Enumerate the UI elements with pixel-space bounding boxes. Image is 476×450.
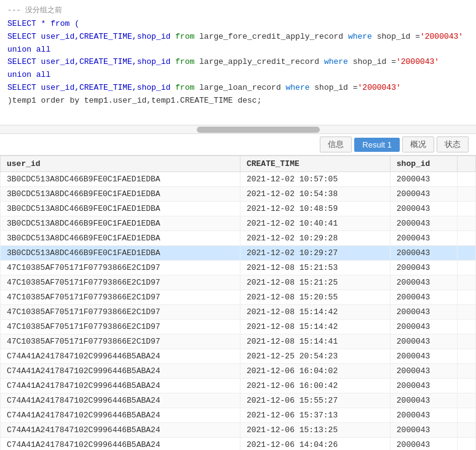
cell-extra: [457, 246, 475, 261]
cell-extra: [457, 275, 475, 290]
cell-create-time: 2021-12-02 10:48:59: [240, 202, 390, 216]
cell-user-id: C74A41A2417847102C9996446B5ABA24: [1, 423, 240, 438]
cell-user-id: C74A41A2417847102C9996446B5ABA24: [1, 393, 240, 408]
table-row[interactable]: 3B0CDC513A8DC466B9FE0C1FAED1EDBA2021-12-…: [1, 187, 476, 202]
table-row[interactable]: 3B0CDC513A8DC466B9FE0C1FAED1EDBA2021-12-…: [1, 216, 476, 231]
sql-line-3: union all: [7, 44, 469, 57]
cell-extra: [457, 261, 475, 275]
cell-shop-id: 2000043: [390, 246, 457, 261]
cell-extra: [457, 364, 475, 379]
cell-extra: [457, 393, 475, 408]
table-row[interactable]: C74A41A2417847102C9996446B5ABA242021-12-…: [1, 423, 476, 438]
group-label: --- 没分组之前: [7, 5, 469, 15]
result-tabs: 信息 Result 1 概况 状态: [0, 134, 476, 156]
cell-shop-id: 2000043: [390, 261, 457, 275]
table-row[interactable]: 47C10385AF705171F07793866E2C1D972021-12-…: [1, 275, 476, 290]
tab-status[interactable]: 状态: [437, 136, 469, 152]
table-row[interactable]: C74A41A2417847102C9996446B5ABA242021-12-…: [1, 379, 476, 393]
cell-extra: [457, 202, 475, 216]
table-row[interactable]: 47C10385AF705171F07793866E2C1D972021-12-…: [1, 305, 476, 320]
cell-user-id: 47C10385AF705171F07793866E2C1D97: [1, 261, 240, 275]
table-row[interactable]: 3B0CDC513A8DC466B9FE0C1FAED1EDBA2021-12-…: [1, 246, 476, 261]
cell-shop-id: 2000043: [390, 438, 457, 450]
cell-shop-id: 2000043: [390, 172, 457, 187]
table-row[interactable]: 3B0CDC513A8DC466B9FE0C1FAED1EDBA2021-12-…: [1, 231, 476, 246]
col-header-extra: [457, 156, 475, 172]
cell-extra: [457, 290, 475, 305]
cell-user-id: C74A41A2417847102C9996446B5ABA24: [1, 349, 240, 364]
cell-extra: [457, 187, 475, 202]
cell-extra: [457, 423, 475, 438]
cell-shop-id: 2000043: [390, 423, 457, 438]
cell-user-id: 3B0CDC513A8DC466B9FE0C1FAED1EDBA: [1, 246, 240, 261]
cell-extra: [457, 334, 475, 349]
table-row[interactable]: C74A41A2417847102C9996446B5ABA242021-12-…: [1, 438, 476, 450]
horizontal-scrollbar[interactable]: [0, 125, 476, 134]
table-row[interactable]: 3B0CDC513A8DC466B9FE0C1FAED1EDBA2021-12-…: [1, 202, 476, 216]
table-row[interactable]: C74A41A2417847102C9996446B5ABA242021-12-…: [1, 364, 476, 379]
cell-shop-id: 2000043: [390, 349, 457, 364]
col-header-create-time: CREATE_TIME: [240, 156, 390, 172]
cell-user-id: 3B0CDC513A8DC466B9FE0C1FAED1EDBA: [1, 172, 240, 187]
tab-overview[interactable]: 概况: [402, 136, 434, 152]
table-body: 3B0CDC513A8DC466B9FE0C1FAED1EDBA2021-12-…: [1, 172, 476, 450]
cell-user-id: 47C10385AF705171F07793866E2C1D97: [1, 275, 240, 290]
cell-user-id: 47C10385AF705171F07793866E2C1D97: [1, 320, 240, 334]
cell-user-id: 3B0CDC513A8DC466B9FE0C1FAED1EDBA: [1, 202, 240, 216]
table-row[interactable]: C74A41A2417847102C9996446B5ABA242021-12-…: [1, 408, 476, 423]
sql-line-4: SELECT user_id,CREATE_TIME,shop_id from …: [7, 56, 469, 69]
table-row[interactable]: C74A41A2417847102C9996446B5ABA242021-12-…: [1, 349, 476, 364]
table-row[interactable]: 47C10385AF705171F07793866E2C1D972021-12-…: [1, 290, 476, 305]
cell-user-id: 47C10385AF705171F07793866E2C1D97: [1, 334, 240, 349]
table-row[interactable]: 47C10385AF705171F07793866E2C1D972021-12-…: [1, 320, 476, 334]
cell-extra: [457, 216, 475, 231]
table-row[interactable]: C74A41A2417847102C9996446B5ABA242021-12-…: [1, 393, 476, 408]
cell-create-time: 2021-12-25 20:54:23: [240, 349, 390, 364]
cell-create-time: 2021-12-08 15:14:42: [240, 305, 390, 320]
cell-create-time: 2021-12-08 15:21:25: [240, 275, 390, 290]
cell-user-id: C74A41A2417847102C9996446B5ABA24: [1, 408, 240, 423]
cell-create-time: 2021-12-06 15:13:25: [240, 423, 390, 438]
cell-extra: [457, 320, 475, 334]
cell-user-id: 3B0CDC513A8DC466B9FE0C1FAED1EDBA: [1, 187, 240, 202]
scrollbar-thumb[interactable]: [197, 127, 320, 133]
table-row[interactable]: 3B0CDC513A8DC466B9FE0C1FAED1EDBA2021-12-…: [1, 172, 476, 187]
sql-editor[interactable]: --- 没分组之前 SELECT * from ( SELECT user_id…: [0, 0, 476, 125]
cell-shop-id: 2000043: [390, 231, 457, 246]
cell-shop-id: 2000043: [390, 364, 457, 379]
sql-line-5: union all: [7, 69, 469, 82]
cell-shop-id: 2000043: [390, 275, 457, 290]
cell-shop-id: 2000043: [390, 216, 457, 231]
cell-extra: [457, 349, 475, 364]
cell-extra: [457, 172, 475, 187]
tab-result1[interactable]: Result 1: [354, 138, 400, 152]
cell-create-time: 2021-12-06 15:37:13: [240, 408, 390, 423]
cell-shop-id: 2000043: [390, 290, 457, 305]
cell-create-time: 2021-12-08 15:21:53: [240, 261, 390, 275]
cell-user-id: 47C10385AF705171F07793866E2C1D97: [1, 305, 240, 320]
cell-create-time: 2021-12-08 15:14:41: [240, 334, 390, 349]
sql-line-1: SELECT * from (: [7, 18, 469, 31]
sql-line-7: )temp1 order by temp1.user_id,temp1.CREA…: [7, 95, 469, 108]
table-row[interactable]: 47C10385AF705171F07793866E2C1D972021-12-…: [1, 261, 476, 275]
col-header-user-id: user_id: [1, 156, 240, 172]
cell-create-time: 2021-12-08 15:20:55: [240, 290, 390, 305]
cell-shop-id: 2000043: [390, 334, 457, 349]
result-table: user_id CREATE_TIME shop_id 3B0CDC513A8D…: [0, 156, 476, 450]
cell-user-id: C74A41A2417847102C9996446B5ABA24: [1, 379, 240, 393]
cell-extra: [457, 231, 475, 246]
table-row[interactable]: 47C10385AF705171F07793866E2C1D972021-12-…: [1, 334, 476, 349]
cell-user-id: C74A41A2417847102C9996446B5ABA24: [1, 438, 240, 450]
cell-create-time: 2021-12-02 10:40:41: [240, 216, 390, 231]
cell-shop-id: 2000043: [390, 202, 457, 216]
cell-create-time: 2021-12-06 14:04:26: [240, 438, 390, 450]
cell-create-time: 2021-12-02 10:57:05: [240, 172, 390, 187]
cell-extra: [457, 379, 475, 393]
cell-user-id: 47C10385AF705171F07793866E2C1D97: [1, 290, 240, 305]
cell-create-time: 2021-12-02 10:29:28: [240, 231, 390, 246]
cell-create-time: 2021-12-06 16:04:02: [240, 364, 390, 379]
cell-shop-id: 2000043: [390, 320, 457, 334]
cell-create-time: 2021-12-02 10:54:38: [240, 187, 390, 202]
tab-info[interactable]: 信息: [320, 136, 352, 152]
cell-shop-id: 2000043: [390, 408, 457, 423]
